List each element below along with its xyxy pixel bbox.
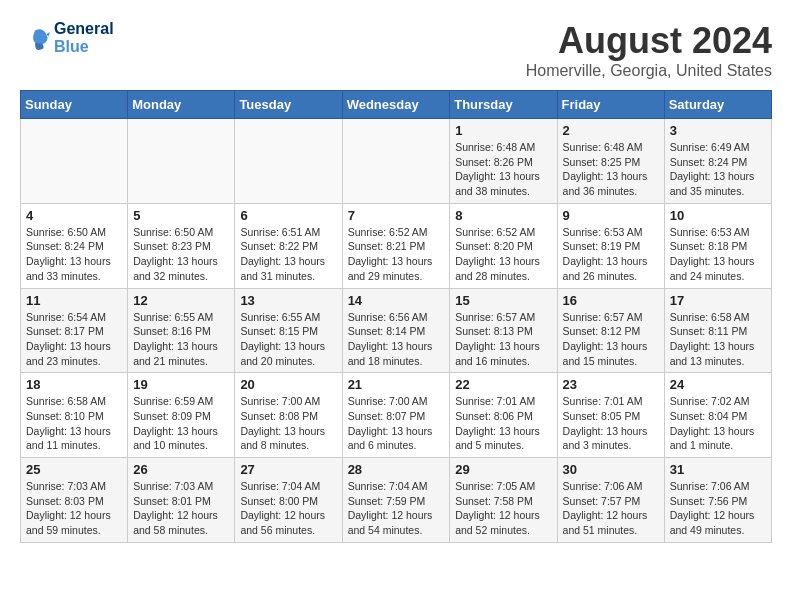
day-number: 12 xyxy=(133,293,229,308)
day-info: Sunrise: 6:48 AM Sunset: 8:25 PM Dayligh… xyxy=(563,140,659,199)
day-info: Sunrise: 6:50 AM Sunset: 8:24 PM Dayligh… xyxy=(26,225,122,284)
day-info: Sunrise: 7:06 AM Sunset: 7:57 PM Dayligh… xyxy=(563,479,659,538)
day-info: Sunrise: 6:51 AM Sunset: 8:22 PM Dayligh… xyxy=(240,225,336,284)
day-number: 18 xyxy=(26,377,122,392)
calendar-cell xyxy=(128,119,235,204)
calendar-cell: 27Sunrise: 7:04 AM Sunset: 8:00 PM Dayli… xyxy=(235,458,342,543)
calendar-cell xyxy=(21,119,128,204)
day-number: 24 xyxy=(670,377,766,392)
day-info: Sunrise: 6:58 AM Sunset: 8:10 PM Dayligh… xyxy=(26,394,122,453)
weekday-header-thursday: Thursday xyxy=(450,91,557,119)
month-title: August 2024 xyxy=(526,20,772,62)
weekday-header-wednesday: Wednesday xyxy=(342,91,450,119)
day-number: 20 xyxy=(240,377,336,392)
day-number: 7 xyxy=(348,208,445,223)
calendar-cell: 22Sunrise: 7:01 AM Sunset: 8:06 PM Dayli… xyxy=(450,373,557,458)
calendar-week-1: 1Sunrise: 6:48 AM Sunset: 8:26 PM Daylig… xyxy=(21,119,772,204)
day-number: 5 xyxy=(133,208,229,223)
day-info: Sunrise: 7:06 AM Sunset: 7:56 PM Dayligh… xyxy=(670,479,766,538)
day-info: Sunrise: 6:57 AM Sunset: 8:12 PM Dayligh… xyxy=(563,310,659,369)
day-number: 10 xyxy=(670,208,766,223)
day-info: Sunrise: 7:01 AM Sunset: 8:06 PM Dayligh… xyxy=(455,394,551,453)
calendar-cell: 30Sunrise: 7:06 AM Sunset: 7:57 PM Dayli… xyxy=(557,458,664,543)
day-number: 4 xyxy=(26,208,122,223)
day-number: 25 xyxy=(26,462,122,477)
calendar-cell: 19Sunrise: 6:59 AM Sunset: 8:09 PM Dayli… xyxy=(128,373,235,458)
calendar-cell: 9Sunrise: 6:53 AM Sunset: 8:19 PM Daylig… xyxy=(557,203,664,288)
weekday-header-row: SundayMondayTuesdayWednesdayThursdayFrid… xyxy=(21,91,772,119)
logo-text: General Blue xyxy=(54,20,114,56)
calendar-cell: 11Sunrise: 6:54 AM Sunset: 8:17 PM Dayli… xyxy=(21,288,128,373)
calendar-cell: 12Sunrise: 6:55 AM Sunset: 8:16 PM Dayli… xyxy=(128,288,235,373)
location-title: Homerville, Georgia, United States xyxy=(526,62,772,80)
page-header: General Blue August 2024 Homerville, Geo… xyxy=(20,20,772,80)
calendar-cell xyxy=(235,119,342,204)
day-number: 8 xyxy=(455,208,551,223)
day-number: 30 xyxy=(563,462,659,477)
logo: General Blue xyxy=(20,20,114,56)
day-number: 29 xyxy=(455,462,551,477)
calendar-cell: 31Sunrise: 7:06 AM Sunset: 7:56 PM Dayli… xyxy=(664,458,771,543)
weekday-header-saturday: Saturday xyxy=(664,91,771,119)
day-info: Sunrise: 6:55 AM Sunset: 8:16 PM Dayligh… xyxy=(133,310,229,369)
calendar-cell: 14Sunrise: 6:56 AM Sunset: 8:14 PM Dayli… xyxy=(342,288,450,373)
calendar-cell: 23Sunrise: 7:01 AM Sunset: 8:05 PM Dayli… xyxy=(557,373,664,458)
day-info: Sunrise: 7:03 AM Sunset: 8:01 PM Dayligh… xyxy=(133,479,229,538)
calendar-cell: 1Sunrise: 6:48 AM Sunset: 8:26 PM Daylig… xyxy=(450,119,557,204)
title-area: August 2024 Homerville, Georgia, United … xyxy=(526,20,772,80)
day-number: 22 xyxy=(455,377,551,392)
calendar-cell: 5Sunrise: 6:50 AM Sunset: 8:23 PM Daylig… xyxy=(128,203,235,288)
calendar-cell: 29Sunrise: 7:05 AM Sunset: 7:58 PM Dayli… xyxy=(450,458,557,543)
day-info: Sunrise: 6:53 AM Sunset: 8:18 PM Dayligh… xyxy=(670,225,766,284)
day-number: 2 xyxy=(563,123,659,138)
day-number: 28 xyxy=(348,462,445,477)
day-number: 17 xyxy=(670,293,766,308)
calendar-week-4: 18Sunrise: 6:58 AM Sunset: 8:10 PM Dayli… xyxy=(21,373,772,458)
calendar-cell xyxy=(342,119,450,204)
weekday-header-tuesday: Tuesday xyxy=(235,91,342,119)
day-info: Sunrise: 7:01 AM Sunset: 8:05 PM Dayligh… xyxy=(563,394,659,453)
calendar-cell: 28Sunrise: 7:04 AM Sunset: 7:59 PM Dayli… xyxy=(342,458,450,543)
day-number: 19 xyxy=(133,377,229,392)
calendar-cell: 2Sunrise: 6:48 AM Sunset: 8:25 PM Daylig… xyxy=(557,119,664,204)
day-info: Sunrise: 6:55 AM Sunset: 8:15 PM Dayligh… xyxy=(240,310,336,369)
day-number: 21 xyxy=(348,377,445,392)
day-info: Sunrise: 6:48 AM Sunset: 8:26 PM Dayligh… xyxy=(455,140,551,199)
day-info: Sunrise: 6:52 AM Sunset: 8:21 PM Dayligh… xyxy=(348,225,445,284)
day-info: Sunrise: 6:49 AM Sunset: 8:24 PM Dayligh… xyxy=(670,140,766,199)
calendar-cell: 25Sunrise: 7:03 AM Sunset: 8:03 PM Dayli… xyxy=(21,458,128,543)
day-info: Sunrise: 7:00 AM Sunset: 8:07 PM Dayligh… xyxy=(348,394,445,453)
calendar-cell: 8Sunrise: 6:52 AM Sunset: 8:20 PM Daylig… xyxy=(450,203,557,288)
calendar-table: SundayMondayTuesdayWednesdayThursdayFrid… xyxy=(20,90,772,543)
day-number: 14 xyxy=(348,293,445,308)
day-number: 31 xyxy=(670,462,766,477)
day-number: 1 xyxy=(455,123,551,138)
calendar-cell: 16Sunrise: 6:57 AM Sunset: 8:12 PM Dayli… xyxy=(557,288,664,373)
calendar-cell: 3Sunrise: 6:49 AM Sunset: 8:24 PM Daylig… xyxy=(664,119,771,204)
logo-icon xyxy=(20,23,50,53)
day-info: Sunrise: 6:59 AM Sunset: 8:09 PM Dayligh… xyxy=(133,394,229,453)
calendar-week-2: 4Sunrise: 6:50 AM Sunset: 8:24 PM Daylig… xyxy=(21,203,772,288)
calendar-week-3: 11Sunrise: 6:54 AM Sunset: 8:17 PM Dayli… xyxy=(21,288,772,373)
calendar-cell: 26Sunrise: 7:03 AM Sunset: 8:01 PM Dayli… xyxy=(128,458,235,543)
day-info: Sunrise: 7:00 AM Sunset: 8:08 PM Dayligh… xyxy=(240,394,336,453)
day-info: Sunrise: 7:02 AM Sunset: 8:04 PM Dayligh… xyxy=(670,394,766,453)
day-number: 9 xyxy=(563,208,659,223)
weekday-header-monday: Monday xyxy=(128,91,235,119)
calendar-cell: 15Sunrise: 6:57 AM Sunset: 8:13 PM Dayli… xyxy=(450,288,557,373)
day-number: 26 xyxy=(133,462,229,477)
day-number: 13 xyxy=(240,293,336,308)
day-number: 23 xyxy=(563,377,659,392)
day-info: Sunrise: 7:04 AM Sunset: 7:59 PM Dayligh… xyxy=(348,479,445,538)
calendar-cell: 7Sunrise: 6:52 AM Sunset: 8:21 PM Daylig… xyxy=(342,203,450,288)
calendar-week-5: 25Sunrise: 7:03 AM Sunset: 8:03 PM Dayli… xyxy=(21,458,772,543)
calendar-cell: 17Sunrise: 6:58 AM Sunset: 8:11 PM Dayli… xyxy=(664,288,771,373)
calendar-cell: 24Sunrise: 7:02 AM Sunset: 8:04 PM Dayli… xyxy=(664,373,771,458)
day-info: Sunrise: 6:54 AM Sunset: 8:17 PM Dayligh… xyxy=(26,310,122,369)
day-info: Sunrise: 6:53 AM Sunset: 8:19 PM Dayligh… xyxy=(563,225,659,284)
day-number: 27 xyxy=(240,462,336,477)
calendar-cell: 21Sunrise: 7:00 AM Sunset: 8:07 PM Dayli… xyxy=(342,373,450,458)
day-number: 11 xyxy=(26,293,122,308)
weekday-header-friday: Friday xyxy=(557,91,664,119)
calendar-cell: 6Sunrise: 6:51 AM Sunset: 8:22 PM Daylig… xyxy=(235,203,342,288)
